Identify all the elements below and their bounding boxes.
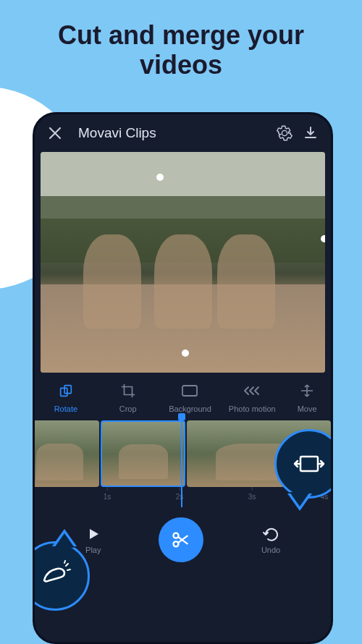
timeline-clip-selected[interactable]: [101, 420, 185, 487]
close-icon[interactable]: [46, 124, 64, 142]
scissors-icon: [171, 530, 191, 550]
settings-gear-icon[interactable]: [276, 124, 293, 142]
tool-crop[interactable]: Crop: [103, 381, 153, 413]
move-icon: [298, 381, 316, 400]
tick: 1s: [104, 493, 111, 501]
split-merge-icon: [293, 452, 325, 475]
crop-icon: [119, 381, 138, 400]
split-button[interactable]: [159, 517, 203, 562]
tool-rotate[interactable]: Rotate: [41, 381, 91, 413]
hand-gesture-icon: [37, 560, 73, 592]
app-header: Movavi Clips: [35, 114, 331, 152]
tool-background[interactable]: Background: [164, 381, 215, 413]
playhead[interactable]: [181, 418, 182, 507]
phone-mockup: Movavi Clips Rotate Crop: [33, 112, 333, 644]
rotate-icon: [56, 381, 75, 400]
undo-icon: [262, 526, 279, 542]
tool-photo-motion[interactable]: Photo motion: [227, 381, 277, 413]
svg-rect-2: [182, 386, 197, 396]
tool-label: Background: [169, 404, 211, 413]
control-handle[interactable]: [182, 349, 189, 357]
tool-move[interactable]: Move: [289, 381, 325, 413]
download-icon[interactable]: [302, 124, 319, 142]
video-preview[interactable]: [41, 152, 325, 373]
tool-label: Photo motion: [229, 404, 276, 413]
play-label: Play: [85, 546, 101, 554]
background-icon: [180, 381, 199, 400]
tool-label: Crop: [119, 404, 137, 413]
play-button[interactable]: Play: [85, 526, 101, 554]
app-title: Movavi Clips: [78, 125, 267, 141]
tool-label: Move: [298, 404, 317, 413]
control-handle[interactable]: [321, 235, 325, 242]
headline: Cut and merge your videos: [0, 0, 362, 95]
play-icon: [85, 526, 101, 542]
tick: 3s: [248, 493, 256, 501]
svg-rect-5: [300, 457, 318, 471]
svg-rect-0: [61, 388, 67, 396]
motion-icon: [243, 381, 261, 400]
timeline-clip[interactable]: [33, 420, 99, 487]
undo-label: Undo: [261, 546, 280, 554]
svg-rect-1: [64, 386, 71, 394]
undo-button[interactable]: Undo: [261, 526, 280, 554]
control-handle[interactable]: [156, 174, 164, 181]
tool-label: Rotate: [54, 404, 77, 413]
